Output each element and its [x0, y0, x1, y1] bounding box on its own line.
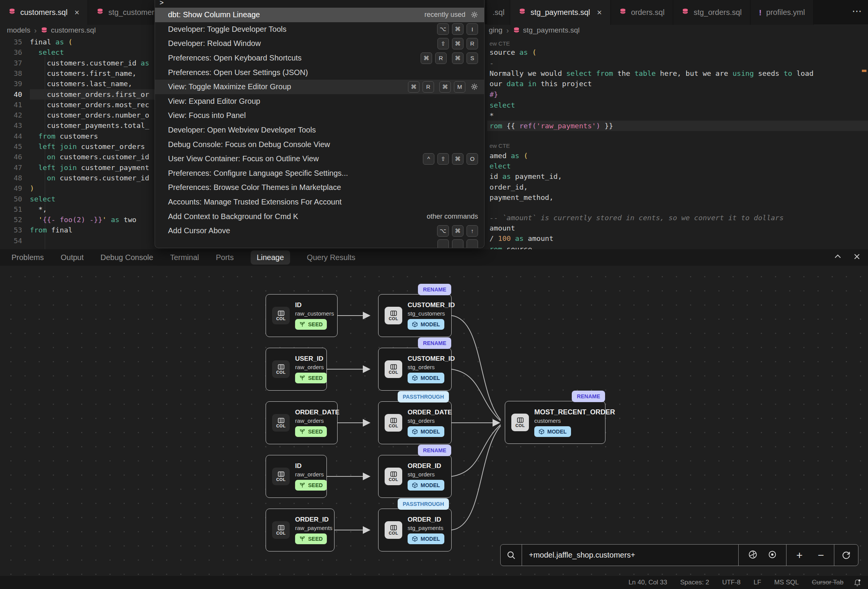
- close-icon[interactable]: ×: [597, 8, 602, 18]
- zoom-out-button[interactable]: −: [810, 549, 832, 561]
- palette-row[interactable]: View: Expand Editor Group: [155, 94, 484, 109]
- palette-row[interactable]: Add Context to Background for Cmd Kother…: [155, 209, 484, 224]
- lineage-search-input[interactable]: [522, 545, 739, 566]
- code-line: amed as (: [487, 151, 868, 161]
- code-line: 50select: [0, 194, 155, 204]
- line-number: 54: [0, 236, 22, 246]
- code-segment: left join: [30, 142, 81, 151]
- code-segment: [107, 216, 111, 224]
- palette-row[interactable]: Developer: Toggle Developer Tools⌥⌘I: [155, 22, 484, 37]
- column-icon-box: COL: [385, 307, 402, 324]
- code-segment: customer_payment: [81, 164, 149, 172]
- lineage-node-order_id-stg_payments[interactable]: PASSTHROUGHCOLORDER_IDstg_paymentsMODEL: [378, 509, 452, 551]
- code-text: select: [489, 100, 515, 110]
- status-item-ln-40-col-33[interactable]: Ln 40, Col 33: [628, 579, 667, 586]
- tab-stg_payments-sql[interactable]: stg_payments.sql×: [510, 0, 611, 25]
- breadcrumb-file-item[interactable]: stg_payments.sql: [513, 26, 580, 34]
- palette-row[interactable]: User View Container: Focus on Outline Vi…: [155, 152, 484, 166]
- tab-orders-sql[interactable]: orders.sql: [611, 0, 674, 25]
- palette-row[interactable]: View: Focus into Panel: [155, 108, 484, 123]
- palette-row[interactable]: Debug Console: Focus on Debug Console Vi…: [155, 137, 484, 152]
- close-icon[interactable]: ×: [74, 8, 79, 18]
- panel-tab-lineage[interactable]: Lineage: [251, 250, 290, 265]
- status-item-ms-sql[interactable]: MS SQL: [774, 579, 799, 586]
- gear-icon[interactable]: [471, 83, 478, 90]
- palette-row[interactable]: Developer: Reload Window⇧⌘R: [155, 36, 484, 51]
- palette-row[interactable]: Preferences: Configure Language Specific…: [155, 166, 484, 181]
- tab-profiles-yml[interactable]: !profiles.yml: [751, 0, 814, 25]
- palette-row[interactable]: Accounts: Manage Trusted Extensions For …: [155, 195, 484, 209]
- panel-close-icon[interactable]: [853, 252, 861, 262]
- col-label: COL: [276, 424, 286, 428]
- palette-row[interactable]: Preferences: Open User Settings (JSON): [155, 65, 484, 80]
- breadcrumb-part[interactable]: models: [7, 26, 30, 34]
- refresh-button[interactable]: [834, 545, 858, 566]
- status-item-spaces-2[interactable]: Spaces: 2: [680, 579, 709, 586]
- code-segment: customers.last_name,: [30, 80, 132, 88]
- code-text: payment_method,: [489, 192, 553, 203]
- warning-icon: !: [759, 8, 762, 17]
- node-kind-label: MODEL: [421, 321, 440, 327]
- code-text: ): [30, 183, 34, 193]
- palette-row[interactable]: Preferences: Open Keyboard Shortcuts⌘R⌘S: [155, 51, 484, 65]
- palette-row[interactable]: Add Cursor Above⌥⌘↑: [155, 224, 484, 238]
- status-item-cursor-tab[interactable]: Cursor Tab: [812, 579, 844, 586]
- node-kind-label: SEED: [308, 375, 323, 381]
- panel-tab-problems[interactable]: Problems: [11, 253, 44, 262]
- lineage-node-user_id-raw_orders[interactable]: COLUSER_IDraw_ordersSEED: [266, 348, 327, 391]
- breadcrumb[interactable]: models›customers.sql: [7, 25, 96, 36]
- palette-row[interactable]: View: Toggle Maximize Editor Group⌘R⌘M: [155, 80, 484, 94]
- status-item-lf[interactable]: LF: [754, 579, 761, 586]
- code-editor-stg-payments[interactable]: ew CTEsource as (-Normally we would sele…: [487, 36, 868, 249]
- command-palette-input[interactable]: >: [155, 0, 484, 8]
- lineage-node-id-raw_orders[interactable]: COLIDraw_ordersSEED: [266, 455, 327, 498]
- lineage-canvas[interactable]: COLIDraw_customersSEEDCOLUSER_IDraw_orde…: [0, 266, 868, 576]
- database-icon: [8, 8, 16, 15]
- lineage-node-most_recent_order-customers[interactable]: RENAMECOLMOST_RECENT_ORDERcustomersMODEL: [505, 401, 605, 444]
- lineage-node-order_id-stg_orders[interactable]: RENAMECOLORDER_IDstg_ordersMODEL: [378, 455, 452, 498]
- palette-row[interactable]: [155, 238, 484, 249]
- lineage-node-id-raw_customers[interactable]: COLIDraw_customersSEED: [266, 294, 338, 337]
- node-kind-pill: MODEL: [408, 426, 444, 437]
- panel-tab-output[interactable]: Output: [60, 253, 83, 262]
- lineage-node-order_date-stg_orders[interactable]: PASSTHROUGHCOLORDER_DATEstg_ordersMODEL: [378, 401, 452, 444]
- edge-type-badge: RENAME: [418, 284, 451, 295]
- line-number: 50: [0, 194, 22, 204]
- panel-tab-query-results[interactable]: Query Results: [307, 253, 356, 262]
- palette-row[interactable]: dbt: Show Column Lineagerecently used: [155, 8, 484, 22]
- palette-row[interactable]: Developer: Open Webview Developer Tools: [155, 123, 484, 137]
- notification-bell-icon[interactable]: [853, 578, 862, 589]
- database-icon: [513, 27, 520, 34]
- panel-tab-debug-console[interactable]: Debug Console: [101, 253, 153, 262]
- code-text: amed as (: [489, 151, 528, 161]
- lineage-node-customer_id-stg_customers[interactable]: RENAMECOLCUSTOMER_IDstg_customersMODEL: [378, 294, 452, 337]
- code-line: source as (: [487, 47, 868, 57]
- panel-maximize-icon[interactable]: [834, 252, 842, 262]
- tab--sql[interactable]: .sql: [487, 0, 510, 25]
- gear-icon[interactable]: [471, 11, 478, 18]
- lineage-node-order_date-raw_orders[interactable]: COLORDER_DATEraw_ordersSEED: [266, 401, 338, 444]
- aperture-icon[interactable]: [748, 550, 758, 561]
- breadcrumb-file-item[interactable]: customers.sql: [41, 26, 96, 34]
- panel-tab-ports[interactable]: Ports: [216, 253, 234, 262]
- node-body: ORDER_IDstg_paymentsMODEL: [408, 516, 444, 544]
- more-tabs-button[interactable]: ⋯: [852, 5, 863, 17]
- code-segment: as: [515, 234, 528, 242]
- status-item-utf-8[interactable]: UTF-8: [722, 579, 741, 586]
- code-line: 36 select: [0, 47, 155, 57]
- code-segment: id: [489, 172, 502, 180]
- focus-target-icon[interactable]: [768, 550, 777, 561]
- code-segment: customer_payments.total_: [30, 121, 149, 129]
- palette-row[interactable]: Preferences: Browse Color Themes in Mark…: [155, 180, 484, 195]
- code-editor-customers[interactable]: 35final as (36 select37 customers.custom…: [0, 36, 155, 249]
- code-line: 42 customer_orders.number_o: [0, 110, 155, 120]
- panel-tab-terminal[interactable]: Terminal: [170, 253, 199, 262]
- breadcrumb[interactable]: ging›stg_payments.sql: [489, 25, 579, 36]
- lineage-node-customer_id-stg_orders[interactable]: RENAMECOLCUSTOMER_IDstg_ordersMODEL: [378, 348, 452, 391]
- code-segment: data: [507, 80, 528, 88]
- lineage-node-order_id-raw_payments[interactable]: COLORDER_IDraw_paymentsSEED: [266, 509, 334, 551]
- breadcrumb-part[interactable]: ging: [489, 26, 503, 34]
- tab-stg_orders-sql[interactable]: stg_orders.sql: [673, 0, 751, 25]
- tab-customers-sql[interactable]: customers.sql×: [0, 0, 88, 25]
- zoom-in-button[interactable]: +: [789, 549, 810, 561]
